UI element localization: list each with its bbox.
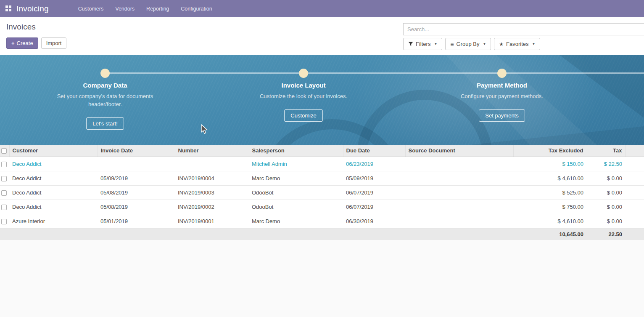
menu-item-reporting[interactable]: Reporting (140, 0, 175, 17)
total-tax-excluded: 10,645.00 (513, 228, 587, 240)
action-buttons: +Create Import (6, 37, 66, 49)
onboarding-banner: Company DataSet your company's data for … (0, 55, 644, 145)
onboarding-step-description: Configure your payment methods. (449, 92, 554, 100)
cell-number[interactable]: INV/2019/0003 (175, 185, 249, 200)
cell-invoice-date[interactable]: 05/08/2019 (98, 200, 175, 214)
onboarding-step-button[interactable]: Set payments (479, 109, 525, 122)
onboarding-step-description: Set your company's data for documents he… (53, 92, 158, 108)
cell-salesperson[interactable]: OdooBot (249, 185, 343, 200)
column-header-invoice-date[interactable]: Invoice Date (98, 145, 175, 157)
cell-salesperson[interactable]: OdooBot (249, 200, 343, 214)
cell-due-date[interactable]: 06/07/2019 (343, 185, 405, 200)
row-checkbox[interactable] (1, 219, 7, 224)
column-header-tax-excluded[interactable]: Tax Excluded (513, 145, 587, 157)
create-button[interactable]: +Create (6, 37, 38, 49)
cell-tax[interactable]: $ 0.00 (587, 214, 626, 228)
apps-grid-icon[interactable] (5, 5, 12, 12)
top-navbar: Invoicing CustomersVendorsReportingConfi… (0, 0, 644, 17)
caret-down-icon: ▼ (483, 42, 486, 46)
invoices-table: CustomerInvoice DateNumberSalespersonDue… (0, 145, 644, 240)
cell-tax-excluded[interactable]: $ 4,610.00 (513, 171, 587, 185)
row-checkbox[interactable] (1, 190, 7, 196)
onboarding-step-title: Company Data (6, 82, 204, 89)
cell-number[interactable]: INV/2019/0004 (175, 171, 249, 185)
cell-invoice-date[interactable]: 05/01/2019 (98, 214, 175, 228)
filters-button-label: Filters (416, 41, 430, 47)
cell-salesperson[interactable]: Mitchell Admin (249, 157, 343, 171)
import-button[interactable]: Import (41, 37, 67, 49)
select-all-checkbox[interactable] (1, 148, 7, 154)
app-brand[interactable]: Invoicing (16, 4, 49, 13)
cell-number[interactable] (175, 157, 249, 171)
cell-tax[interactable]: $ 0.00 (587, 200, 626, 214)
cell-source-document[interactable] (405, 214, 513, 228)
caret-down-icon: ▼ (434, 42, 437, 46)
row-checkbox[interactable] (1, 176, 7, 181)
cell-tax[interactable]: $ 0.00 (587, 185, 626, 200)
cell-salesperson[interactable]: Marc Demo (249, 171, 343, 185)
mouse-cursor (201, 124, 208, 134)
column-header-source-document[interactable]: Source Document (405, 145, 513, 157)
cell-source-document[interactable] (405, 157, 513, 171)
bars-icon: ≡ (450, 41, 454, 47)
menu-item-configuration[interactable]: Configuration (175, 0, 218, 17)
cell-customer[interactable]: Azure Interior (9, 214, 98, 228)
search-input[interactable] (403, 23, 644, 35)
onboarding-step-button[interactable]: Let's start! (86, 117, 124, 130)
menu-item-vendors[interactable]: Vendors (109, 0, 140, 17)
onboarding-step-title: Invoice Layout (204, 82, 403, 89)
total-tax: 22.50 (587, 228, 626, 240)
cell-source-document[interactable] (405, 185, 513, 200)
table-row[interactable]: Deco Addict05/08/2019INV/2019/0002OdooBo… (0, 200, 644, 214)
filter-row: Filters ▼ ≡ Group By ▼ ★ Favorites ▼ (403, 38, 644, 50)
plus-icon: + (11, 40, 15, 46)
menu-item-customers[interactable]: Customers (72, 0, 109, 17)
column-header-salesperson[interactable]: Salesperson (249, 145, 343, 157)
cell-tax-excluded[interactable]: $ 150.00 (513, 157, 587, 171)
table-row[interactable]: Deco Addict05/09/2019INV/2019/0004Marc D… (0, 171, 644, 185)
cell-due-date[interactable]: 06/23/2019 (343, 157, 405, 171)
cell-tax[interactable]: $ 0.00 (587, 171, 626, 185)
row-checkbox[interactable] (1, 162, 7, 167)
table-header-row: CustomerInvoice DateNumberSalespersonDue… (0, 145, 644, 157)
table-row[interactable]: Deco AddictMitchell Admin06/23/2019$ 150… (0, 157, 644, 171)
row-checkbox[interactable] (1, 205, 7, 210)
column-header-number[interactable]: Number (175, 145, 249, 157)
onboarding-step-description: Customize the look of your invoices. (251, 92, 356, 100)
content-background (0, 240, 644, 317)
search-panel: Filters ▼ ≡ Group By ▼ ★ Favorites ▼ (403, 23, 644, 50)
cell-tax[interactable]: $ 22.50 (587, 157, 626, 171)
cell-invoice-date[interactable]: 05/08/2019 (98, 185, 175, 200)
column-header-tax[interactable]: Tax (587, 145, 626, 157)
cell-number[interactable]: INV/2019/0001 (175, 214, 249, 228)
cell-customer[interactable]: Deco Addict (9, 185, 98, 200)
cell-customer[interactable]: Deco Addict (9, 200, 98, 214)
cell-source-document[interactable] (405, 200, 513, 214)
cell-due-date[interactable]: 06/07/2019 (343, 200, 405, 214)
cell-number[interactable]: INV/2019/0002 (175, 200, 249, 214)
cell-tax-excluded[interactable]: $ 4,610.00 (513, 214, 587, 228)
table-row[interactable]: Deco Addict05/08/2019INV/2019/0003OdooBo… (0, 185, 644, 200)
cell-customer[interactable]: Deco Addict (9, 171, 98, 185)
favorites-button-label: Favorites (506, 41, 528, 47)
cell-tax-excluded[interactable]: $ 525.00 (513, 185, 587, 200)
favorites-button[interactable]: ★ Favorites ▼ (494, 38, 540, 50)
top-menu: CustomersVendorsReportingConfiguration (72, 0, 218, 17)
create-button-label: Create (17, 40, 33, 46)
cell-due-date[interactable]: 05/09/2019 (343, 171, 405, 185)
funnel-icon (408, 42, 413, 46)
filters-button[interactable]: Filters ▼ (403, 38, 442, 50)
column-header-due-date[interactable]: Due Date (343, 145, 405, 157)
cell-source-document[interactable] (405, 171, 513, 185)
cell-salesperson[interactable]: Marc Demo (249, 214, 343, 228)
cell-invoice-date[interactable]: 05/09/2019 (98, 171, 175, 185)
cell-tax-excluded[interactable]: $ 750.00 (513, 200, 587, 214)
cell-invoice-date[interactable] (98, 157, 175, 171)
group-by-button[interactable]: ≡ Group By ▼ (445, 38, 491, 50)
cell-customer[interactable]: Deco Addict (9, 157, 98, 171)
column-header-customer[interactable]: Customer (9, 145, 98, 157)
table-row[interactable]: Azure Interior05/01/2019INV/2019/0001Mar… (0, 214, 644, 228)
page-title: Invoices (6, 22, 36, 32)
cell-due-date[interactable]: 06/30/2019 (343, 214, 405, 228)
onboarding-step-button[interactable]: Customize (284, 109, 322, 122)
